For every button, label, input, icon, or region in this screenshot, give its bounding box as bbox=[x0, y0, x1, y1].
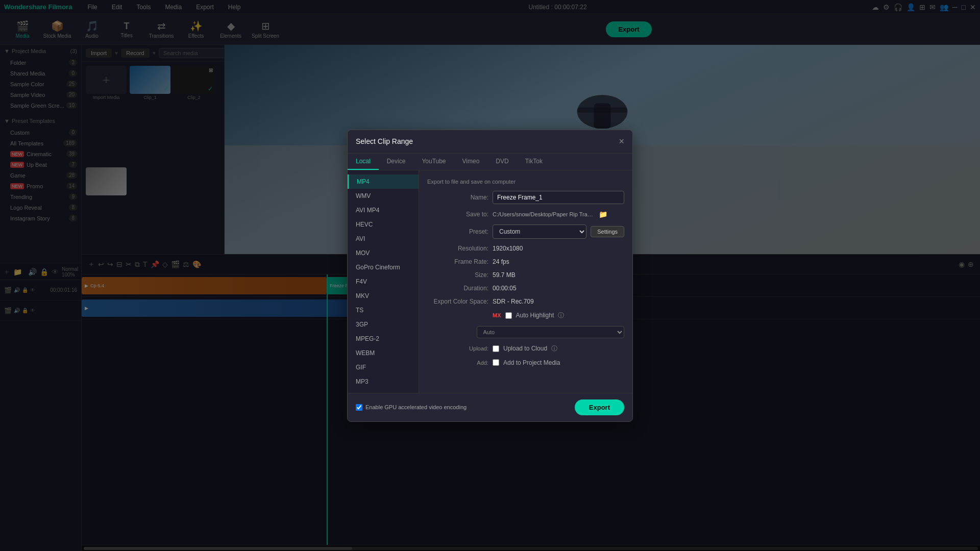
save-to-label: Save to: bbox=[427, 211, 488, 218]
gpu-checkbox[interactable] bbox=[356, 404, 362, 411]
tab-youtube[interactable]: YouTube bbox=[413, 154, 454, 170]
auto-dropdown[interactable]: Auto bbox=[477, 326, 624, 338]
format-mp4[interactable]: MP4 bbox=[348, 174, 419, 189]
resolution-value: 980x551 bbox=[493, 245, 624, 252]
format-mov[interactable]: MOV bbox=[348, 246, 419, 260]
resolution-label: Resolution: bbox=[427, 245, 488, 252]
browse-folder-button[interactable]: 📁 bbox=[599, 210, 607, 218]
format-mkv[interactable]: MKV bbox=[348, 289, 419, 303]
add-checkbox-row: Add to Project Media bbox=[493, 359, 560, 366]
modal-header: Select Clip Range × bbox=[348, 130, 632, 154]
duration-field-row: Duration: 00:00:05 bbox=[427, 285, 624, 292]
color-space-field-row: Export Color Space: SDR - Rec.709 bbox=[427, 298, 624, 305]
modal-title: Select Clip Range bbox=[356, 137, 413, 145]
settings-button[interactable]: Settings bbox=[591, 226, 624, 237]
name-input[interactable] bbox=[493, 191, 624, 204]
add-label-field: Add: bbox=[427, 360, 488, 366]
upload-checkbox-row: Upload to Cloud ⓘ bbox=[493, 344, 557, 353]
name-label: Name: bbox=[427, 194, 488, 201]
format-settings: Export to file and save on computer Name… bbox=[419, 170, 632, 393]
preset-field-row: Preset: Custom Settings bbox=[427, 224, 624, 239]
format-mp3[interactable]: MP3 bbox=[348, 374, 419, 389]
export-modal: Select Clip Range × Local Device YouTube… bbox=[347, 130, 633, 422]
auto-highlight-info-icon[interactable]: ⓘ bbox=[558, 311, 564, 320]
tab-tiktok[interactable]: TikTok bbox=[517, 154, 551, 170]
format-webm[interactable]: WEBM bbox=[348, 346, 419, 360]
modal-footer: Enable GPU accelerated video encoding Ex… bbox=[348, 393, 632, 421]
color-space-label: Export Color Space: bbox=[427, 298, 488, 305]
duration-label: Duration: bbox=[427, 285, 488, 292]
size-field-row: Size: 59.7 MB bbox=[427, 271, 624, 279]
auto-highlight-row: MX Auto Highlight ⓘ bbox=[427, 311, 624, 320]
modal-close-button[interactable]: × bbox=[619, 136, 624, 147]
auto-dropdown-row: Auto bbox=[427, 326, 624, 338]
mx-badge: MX bbox=[493, 312, 501, 318]
format-wmv[interactable]: WMV bbox=[348, 189, 419, 203]
modal-tabs: Local Device YouTube Vimeo DVD TikTok bbox=[348, 154, 632, 170]
format-avi[interactable]: AVI bbox=[348, 232, 419, 246]
auto-highlight-label: Auto Highlight bbox=[516, 312, 554, 319]
modal-body: MP4 WMV AVI MP4 HEVC AVI MOV GoPro Cinef… bbox=[348, 170, 632, 393]
upload-label: Upload to Cloud bbox=[503, 345, 547, 352]
format-avi-mp4[interactable]: AVI MP4 bbox=[348, 203, 419, 217]
gpu-label: Enable GPU accelerated video encoding bbox=[365, 404, 467, 410]
size-value: 59.7 MB bbox=[493, 271, 624, 279]
add-checkbox[interactable] bbox=[493, 359, 499, 366]
duration-value: 00:00:05 bbox=[493, 285, 624, 292]
format-3gp[interactable]: 3GP bbox=[348, 317, 419, 332]
format-gopro[interactable]: GoPro Cineform bbox=[348, 260, 419, 274]
format-list: MP4 WMV AVI MP4 HEVC AVI MOV GoPro Cinef… bbox=[348, 170, 419, 393]
upload-row: Upload: Upload to Cloud ⓘ bbox=[427, 344, 624, 353]
upload-label-field: Upload: bbox=[427, 345, 488, 352]
gpu-checkbox-row: Enable GPU accelerated video encoding bbox=[356, 404, 467, 411]
save-to-field-row: Save to: C:/Users/snow/Desktop/Paper Rip… bbox=[427, 210, 624, 218]
color-space-value: SDR - Rec.709 bbox=[493, 298, 624, 305]
modal-overlay: Select Clip Range × Local Device YouTube… bbox=[0, 0, 980, 551]
frame-rate-field-row: Frame Rate: 24 fps bbox=[427, 258, 624, 265]
add-to-project-row: Add: Add to Project Media bbox=[427, 359, 624, 366]
resolution-field-row: Resolution: 980x551 bbox=[427, 245, 624, 252]
frame-rate-label: Frame Rate: bbox=[427, 258, 488, 265]
export-info-text: Export to file and save on computer bbox=[427, 179, 624, 185]
save-to-value: C:/Users/snow/Desktop/Paper Rip Transiti bbox=[493, 211, 595, 217]
tab-local[interactable]: Local bbox=[348, 154, 379, 170]
upload-info-icon[interactable]: ⓘ bbox=[551, 344, 557, 353]
format-mpeg2[interactable]: MPEG-2 bbox=[348, 332, 419, 346]
add-label: Add to Project Media bbox=[503, 359, 560, 366]
tab-device[interactable]: Device bbox=[379, 154, 414, 170]
preset-label: Preset: bbox=[427, 228, 488, 235]
tab-dvd[interactable]: DVD bbox=[487, 154, 517, 170]
preset-select[interactable]: Custom bbox=[493, 224, 586, 239]
tab-vimeo[interactable]: Vimeo bbox=[454, 154, 488, 170]
format-hevc[interactable]: HEVC bbox=[348, 217, 419, 232]
format-gif[interactable]: GIF bbox=[348, 360, 419, 374]
format-ts[interactable]: TS bbox=[348, 303, 419, 317]
upload-checkbox[interactable] bbox=[493, 345, 499, 352]
format-f4v[interactable]: F4V bbox=[348, 274, 419, 289]
export-final-button[interactable]: Export bbox=[575, 399, 624, 415]
auto-highlight-checkbox[interactable] bbox=[505, 312, 512, 319]
frame-rate-value: 24 fps bbox=[493, 258, 624, 265]
name-field-row: Name: bbox=[427, 191, 624, 204]
auto-highlight-checkbox-row: MX Auto Highlight ⓘ bbox=[493, 311, 564, 320]
size-label: Size: bbox=[427, 271, 488, 279]
